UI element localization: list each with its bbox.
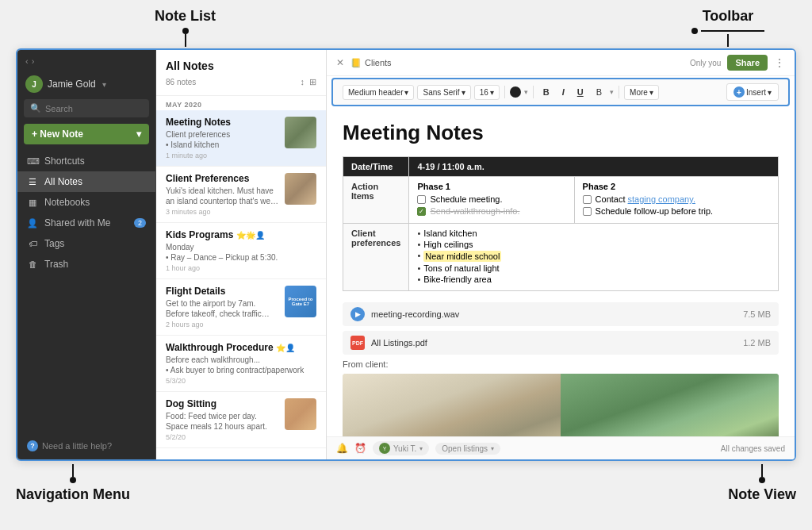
note-item-kids-programs[interactable]: Kids Programs ⭐🌟👤 Monday• Ray – Dance – …	[156, 223, 326, 279]
user-tag[interactable]: Y Yuki T. ▾	[373, 441, 429, 455]
user-name: Jamie Gold	[48, 79, 96, 90]
action-items-label: Action Items	[343, 177, 409, 224]
toolbar-divider	[533, 86, 534, 98]
only-you-text: Only you	[690, 59, 721, 67]
note-item-flight-details[interactable]: Flight Details Get to the airport by 7am…	[156, 279, 326, 336]
phase1-cell: Phase 1 Schedule meeting. ✓ Send-walkthr…	[409, 177, 574, 224]
phase1-item-1: Schedule meeting.	[417, 194, 565, 204]
note-item-time: 5/3/20	[166, 377, 316, 385]
note-item-time: 3 minutes ago	[166, 208, 278, 216]
alarm-icon[interactable]: ⏰	[354, 443, 366, 454]
note-item-time: 5/2/20	[166, 433, 278, 441]
sort-icon[interactable]: ↕	[301, 77, 305, 87]
note-item-meeting-notes[interactable]: Meeting Notes Client preferences• Island…	[156, 110, 326, 167]
size-dropdown[interactable]: 16 ▾	[474, 85, 500, 100]
close-icon[interactable]: ✕	[336, 57, 344, 68]
open-listings-button[interactable]: Open listings ▾	[435, 443, 500, 455]
sidebar-item-trash[interactable]: 🗑 Trash	[17, 254, 155, 275]
task-text: Schedule meeting.	[430, 194, 502, 204]
date-time-label: Date/Time	[343, 157, 409, 177]
list-item: Bike-friendly area	[417, 275, 770, 284]
attachment-size: 1.2 MB	[743, 338, 771, 348]
attachment-name: All Listings.pdf	[371, 338, 427, 348]
client-prefs-list: Island kitchen High ceilings Near middle…	[417, 229, 770, 284]
more-options-icon[interactable]: ⋮	[774, 56, 785, 69]
share-button[interactable]: Share	[727, 55, 768, 71]
note-title: Meeting Notes	[343, 121, 779, 145]
navigation-panel: ‹ › J Jamie Gold ▾ 🔍 Search + New Note ▾	[17, 50, 156, 459]
all-notes-icon: ☰	[27, 177, 38, 187]
note-item-time: 1 minute ago	[166, 152, 278, 159]
font-color-button[interactable]: B	[592, 85, 607, 99]
insert-button[interactable]: + Insert ▾	[726, 83, 779, 101]
notebooks-icon: ▦	[27, 198, 38, 208]
shared-icon: 👤	[27, 218, 38, 229]
user-row[interactable]: J Jamie Gold ▾	[17, 72, 155, 99]
sidebar-item-label: Tags	[44, 238, 64, 249]
sidebar-item-shortcuts[interactable]: ⌨ Shortcuts	[17, 151, 155, 171]
staging-link[interactable]: staging company.	[628, 194, 695, 204]
chevron-icon: ▾	[462, 88, 465, 97]
note-topbar: ✕ 📒 Clients Only you Share ⋮	[327, 50, 795, 76]
checkbox[interactable]	[583, 207, 592, 216]
note-item-title: Walkthrough Procedure ⭐👤	[166, 342, 316, 353]
note-section-date: MAY 2020	[156, 96, 326, 110]
more-dropdown[interactable]: More ▾	[624, 85, 659, 100]
italic-button[interactable]: I	[557, 85, 569, 99]
note-item-preview: Before each walkthrough...• Ask buyer to…	[166, 355, 316, 375]
note-item-walkthrough-procedure[interactable]: Walkthrough Procedure ⭐👤 Before each wal…	[156, 336, 326, 392]
checkbox[interactable]	[417, 195, 426, 204]
task-text: Schedule follow-up before trip.	[596, 206, 714, 216]
pdf-icon: PDF	[350, 336, 365, 350]
sidebar-item-tags[interactable]: 🏷 Tags	[17, 233, 155, 254]
client-image-right	[561, 374, 779, 436]
chevron-icon[interactable]: ▾	[610, 88, 614, 96]
text-color-button[interactable]	[510, 86, 521, 98]
list-item: High ceilings	[417, 240, 770, 249]
bell-icon[interactable]: 🔔	[336, 443, 348, 454]
note-item-title: Meeting Notes	[166, 117, 278, 128]
sidebar-item-notebooks[interactable]: ▦ Notebooks	[17, 192, 155, 213]
nav-arrows[interactable]: ‹ ›	[25, 56, 34, 66]
note-thumbnail	[285, 173, 316, 205]
note-toolbar: Medium header ▾ Sans Serif ▾ 16 ▾ ▾ B I …	[331, 78, 790, 106]
attachment-audio[interactable]: ▶ meeting-recording.wav 7.5 MB	[343, 302, 779, 326]
phase1-item-2: ✓ Send-walkthrough-info.	[417, 206, 565, 216]
toolbar-divider	[504, 86, 505, 98]
underline-button[interactable]: U	[573, 85, 588, 99]
help-text[interactable]: ? Need a little help?	[17, 432, 155, 459]
client-image-left	[343, 374, 561, 436]
font-dropdown[interactable]: Sans Serif ▾	[417, 85, 470, 100]
from-client-label: From client:	[343, 359, 779, 369]
date-time-value: 4-19 / 11:00 a.m.	[409, 157, 779, 177]
tags-icon: 🏷	[27, 239, 38, 248]
checkbox-checked[interactable]: ✓	[417, 207, 426, 216]
sidebar-item-all-notes[interactable]: ☰ All Notes	[17, 171, 155, 192]
chevron-icon[interactable]: ▾	[524, 88, 528, 96]
note-item-preview: Get to the airport by 7am. Before takeof…	[166, 298, 278, 319]
search-bar[interactable]: 🔍 Search	[24, 99, 149, 117]
note-emoji: ⭐🌟👤	[236, 231, 265, 240]
new-note-button[interactable]: + New Note ▾	[24, 124, 149, 144]
toolbar-label: Toolbar	[691, 8, 764, 47]
plus-icon: +	[733, 86, 745, 98]
meeting-table: Date/Time 4-19 / 11:00 a.m. Action Items…	[343, 156, 779, 291]
chevron-icon: ▾	[649, 88, 653, 97]
sidebar-item-shared-with-me[interactable]: 👤 Shared with Me 2	[17, 213, 155, 233]
note-item-dog-sitting[interactable]: Dog Sitting Food: Feed twice per day. Sp…	[156, 392, 326, 448]
checkbox[interactable]	[583, 195, 592, 204]
note-item-preview: Client preferences• Island kitchen	[166, 129, 278, 150]
sidebar-item-label: Notebooks	[44, 197, 90, 208]
list-item: Island kitchen	[417, 229, 770, 238]
highlighted-text: Near middle school	[423, 251, 501, 262]
note-item-preview: Yuki's ideal kitchen. Must have an islan…	[166, 186, 278, 206]
notebook-icon: 📒	[350, 58, 362, 68]
sidebar-item-label: All Notes	[44, 176, 82, 187]
bold-button[interactable]: B	[538, 85, 554, 99]
style-dropdown[interactable]: Medium header ▾	[343, 85, 414, 100]
note-item-client-preferences[interactable]: Client Preferences Yuki's ideal kitchen.…	[156, 167, 326, 223]
filter-icon[interactable]: ⊞	[309, 77, 316, 87]
search-icon: 🔍	[30, 103, 41, 113]
client-image	[343, 374, 779, 436]
attachment-pdf[interactable]: PDF All Listings.pdf 1.2 MB	[343, 331, 779, 355]
